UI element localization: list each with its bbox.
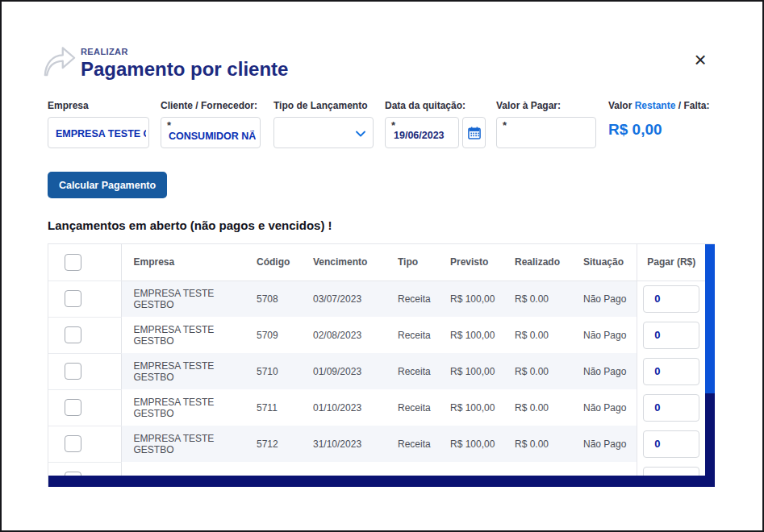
page-title: Pagamento por cliente: [81, 58, 288, 81]
empresa-field: Empresa EMPRESA TESTE G: [48, 100, 149, 148]
valor-restante-label: Valor Restante / Falta:: [608, 100, 709, 111]
section-title: Lançamentos em aberto (não pagos e venci…: [48, 218, 332, 232]
cell-empresa: EMPRESA TESTE GESTBO: [121, 389, 248, 426]
cell-vencimento: 02/08/2023: [305, 317, 386, 353]
cell-realizado: R$ 0.00: [507, 353, 575, 389]
cell-empresa: EMPRESA TESTE GESTBO: [121, 426, 248, 462]
empresa-input[interactable]: EMPRESA TESTE G: [48, 117, 149, 148]
valor-restante-field: Valor Restante / Falta: R$ 0,00: [608, 100, 709, 139]
row-checkbox[interactable]: [65, 399, 81, 416]
cell-previsto: R$ 100,00: [442, 281, 507, 317]
cliente-field: Cliente / Fornecedor: * CONSUMIDOR NÃ: [161, 100, 261, 148]
empresa-value: EMPRESA TESTE G: [56, 128, 146, 139]
col-empresa: Empresa: [121, 244, 248, 281]
data-quitacao-label: Data da quitação:: [385, 100, 486, 111]
cell-realizado: R$ 0.00: [507, 389, 575, 426]
cell-previsto: R$ 100,00: [442, 317, 507, 353]
cell-tipo: Receita: [386, 353, 442, 389]
row-checkbox[interactable]: [65, 326, 81, 343]
table-row: EMPRESA TESTE GESTBO 5708 03/07/2023 Rec…: [48, 281, 706, 317]
table-row: EMPRESA TESTE GESTBO 5709 02/08/2023 Rec…: [48, 317, 706, 353]
tipo-label: Tipo de Lançamento: [273, 100, 374, 111]
row-checkbox[interactable]: [65, 435, 81, 452]
tipo-field: Tipo de Lançamento: [273, 100, 374, 148]
empresa-label: Empresa: [48, 100, 149, 111]
share-arrow-icon: [40, 45, 78, 79]
row-checkbox[interactable]: [65, 363, 81, 380]
pagar-input[interactable]: [643, 322, 699, 349]
cell-tipo: Receita: [386, 426, 442, 462]
col-pagar: Pagar (R$): [637, 244, 706, 281]
cell-previsto: R$ 100,00: [442, 353, 507, 389]
vertical-scrollbar-thumb[interactable]: [705, 244, 715, 393]
col-realizado: Realizado: [507, 244, 575, 281]
col-tipo: Tipo: [386, 244, 442, 281]
col-situacao: Situação: [575, 244, 637, 281]
data-quitacao-field: Data da quitação: * 19/06/2023: [385, 100, 486, 148]
pagar-input[interactable]: [643, 285, 699, 313]
cell-empresa: EMPRESA TESTE GESTBO: [121, 353, 248, 389]
table-row: EMPRESA TESTE GESTBO 5711 01/10/2023 Rec…: [48, 389, 706, 426]
open-entries-table: Empresa Código Vencimento Tipo Previsto …: [48, 243, 715, 487]
chevron-down-icon: [356, 131, 365, 137]
required-marker: *: [503, 119, 507, 131]
cell-situacao: Não Pago: [575, 426, 637, 462]
cell-tipo: Receita: [386, 317, 442, 353]
cell-codigo: 5709: [248, 317, 305, 353]
pagar-input[interactable]: [643, 430, 699, 458]
calendar-button[interactable]: [462, 117, 486, 148]
valor-pagar-label: Valor à Pagar:: [496, 100, 596, 111]
close-button[interactable]: ×: [687, 47, 713, 73]
cliente-label: Cliente / Fornecedor:: [161, 100, 261, 111]
cell-codigo: 5712: [248, 426, 305, 462]
cell-situacao: Não Pago: [575, 353, 637, 389]
cell-empresa: EMPRESA TESTE GESTBO: [121, 317, 248, 353]
cell-previsto: R$ 100,00: [442, 426, 507, 462]
cell-situacao: Não Pago: [575, 317, 637, 353]
cell-realizado: R$ 0.00: [507, 317, 575, 353]
col-previsto: Previsto: [442, 244, 507, 281]
data-quitacao-value: 19/06/2023: [394, 130, 445, 141]
valor-pagar-input[interactable]: *: [496, 117, 596, 148]
data-quitacao-input[interactable]: * 19/06/2023: [385, 117, 459, 148]
table-header-row: Empresa Código Vencimento Tipo Previsto …: [48, 244, 706, 281]
cliente-input[interactable]: * CONSUMIDOR NÃ: [161, 117, 261, 148]
valor-restante-value: R$ 0,00: [608, 121, 709, 139]
cell-vencimento: 31/10/2023: [305, 426, 386, 462]
pagar-input[interactable]: [643, 358, 699, 385]
cell-tipo: Receita: [386, 281, 442, 317]
restante-link[interactable]: Restante: [635, 100, 676, 111]
required-marker: *: [167, 119, 171, 131]
calcular-pagamento-button[interactable]: Calcular Pagamento: [48, 172, 167, 198]
cell-vencimento: 01/10/2023: [305, 389, 386, 426]
modal-kicker: REALIZAR: [81, 47, 288, 56]
select-all-checkbox[interactable]: [65, 254, 81, 271]
table-row: EMPRESA TESTE GESTBO 5710 01/09/2023 Rec…: [48, 353, 706, 389]
pagar-input[interactable]: [643, 394, 699, 422]
cell-situacao: Não Pago: [575, 389, 637, 426]
cell-codigo: 5708: [248, 281, 305, 317]
cell-codigo: 5710: [248, 353, 305, 389]
cell-realizado: R$ 0.00: [507, 281, 575, 317]
calendar-icon: [466, 125, 482, 141]
col-vencimento: Vencimento: [305, 244, 386, 281]
col-codigo: Código: [248, 244, 305, 281]
cell-vencimento: 03/07/2023: [305, 281, 386, 317]
tipo-select[interactable]: [273, 117, 374, 148]
cell-realizado: R$ 0.00: [507, 426, 575, 462]
cell-vencimento: 01/09/2023: [305, 353, 386, 389]
cell-empresa: EMPRESA TESTE GESTBO: [121, 281, 248, 317]
cell-previsto: R$ 100,00: [442, 389, 507, 426]
table-row: EMPRESA TESTE GESTBO 5712 31/10/2023 Rec…: [48, 426, 706, 462]
horizontal-scrollbar[interactable]: [48, 476, 706, 487]
payment-modal: REALIZAR Pagamento por cliente × Empresa…: [0, 0, 764, 532]
valor-pagar-field: Valor à Pagar: *: [496, 100, 596, 148]
cell-tipo: Receita: [386, 389, 442, 426]
cell-situacao: Não Pago: [575, 281, 637, 317]
cliente-value: CONSUMIDOR NÃ: [169, 131, 256, 142]
row-checkbox[interactable]: [65, 290, 81, 307]
cell-codigo: 5711: [248, 389, 305, 426]
